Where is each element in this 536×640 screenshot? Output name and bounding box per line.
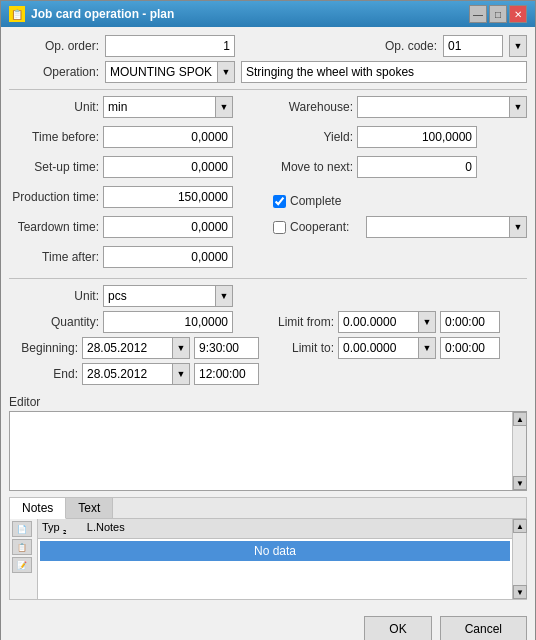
time-after-row: Time after: 0,0000 <box>9 246 263 268</box>
editor-section: Editor ▲ ▼ <box>9 395 527 491</box>
unit-field[interactable]: min <box>103 96 215 118</box>
limit-to-row: Limit to: 0.00.0000 ▼ 0:00:00 <box>269 337 527 359</box>
yield-row: Yield: 100,0000 <box>273 126 527 148</box>
warehouse-dropdown[interactable]: ▼ <box>509 96 527 118</box>
unit-label: Unit: <box>9 100 99 114</box>
cancel-button[interactable]: Cancel <box>440 616 527 640</box>
teardown-time-field[interactable]: 0,0000 <box>103 216 233 238</box>
limit-from-label: Limit from: <box>269 315 334 329</box>
bottom-buttons: OK Cancel <box>1 608 535 640</box>
production-time-row: Production time: 150,0000 <box>9 186 263 208</box>
scroll-up-btn[interactable]: ▲ <box>513 412 527 426</box>
notes-main: Typ ₂ L.Notes No data <box>38 519 512 599</box>
time-before-field[interactable]: 0,0000 <box>103 126 233 148</box>
limit-to-time-field[interactable]: 0:00:00 <box>440 337 500 359</box>
beginning-time-field[interactable]: 9:30:00 <box>194 337 259 359</box>
operation-dropdown[interactable]: ▼ <box>217 61 235 83</box>
op-order-field[interactable]: 1 <box>105 35 235 57</box>
limit-from-field[interactable]: 0.00.0000 <box>338 311 418 333</box>
col-sub: ₂ <box>63 526 67 536</box>
main-window: 📋 Job card operation - plan — □ ✕ Op. or… <box>0 0 536 640</box>
title-buttons: — □ ✕ <box>469 5 527 23</box>
window-icon: 📋 <box>9 6 25 22</box>
production-time-label: Production time: <box>9 190 99 204</box>
setup-time-field[interactable]: 0,0000 <box>103 156 233 178</box>
unit-dropdown[interactable]: ▼ <box>215 96 233 118</box>
notes-sidebar: 📄 📋 📝 <box>10 519 38 599</box>
warehouse-row: Warehouse: ▼ <box>273 96 527 118</box>
limit-to-dropdown[interactable]: ▼ <box>418 337 436 359</box>
editor-box[interactable]: ▲ ▼ <box>9 411 527 491</box>
no-data-row: No data <box>40 541 510 561</box>
yield-field[interactable]: 100,0000 <box>357 126 477 148</box>
ok-button[interactable]: OK <box>364 616 431 640</box>
move-to-next-field[interactable]: 0 <box>357 156 477 178</box>
col-type: Typ ₂ <box>42 521 67 536</box>
cooperant-label: Cooperant: <box>290 220 362 234</box>
end-time-field[interactable]: 12:00:00 <box>194 363 259 385</box>
unit2-label: Unit: <box>9 289 99 303</box>
editor-textarea[interactable] <box>10 412 512 490</box>
unit2-dropdown[interactable]: ▼ <box>215 285 233 307</box>
quantity-field[interactable]: 10,0000 <box>103 311 233 333</box>
tab-notes[interactable]: Notes <box>10 498 66 519</box>
unit-row: Unit: min ▼ <box>9 96 263 118</box>
editor-scrollbar[interactable]: ▲ ▼ <box>512 412 526 490</box>
beginning-label: Beginning: <box>9 341 78 355</box>
minimize-button[interactable]: — <box>469 5 487 23</box>
teardown-time-label: Teardown time: <box>9 220 99 234</box>
notes-scrollbar[interactable]: ▲ ▼ <box>512 519 526 599</box>
title-bar-left: 📋 Job card operation - plan <box>9 6 174 22</box>
complete-checkbox[interactable] <box>273 195 286 208</box>
quantity-row: Quantity: 10,0000 <box>9 311 259 333</box>
beginning-date-dropdown[interactable]: ▼ <box>172 337 190 359</box>
operation-field[interactable]: MOUNTING SPOKES <box>105 61 217 83</box>
unit2-row: Unit: pcs ▼ <box>9 285 259 307</box>
window-title: Job card operation - plan <box>31 7 174 21</box>
time-after-field[interactable]: 0,0000 <box>103 246 233 268</box>
notes-section: Notes Text 📄 📋 📝 Typ ₂ L.Notes <box>9 497 527 600</box>
close-button[interactable]: ✕ <box>509 5 527 23</box>
end-label: End: <box>9 367 78 381</box>
limit-from-dropdown[interactable]: ▼ <box>418 311 436 333</box>
notes-icon-2[interactable]: 📋 <box>12 539 32 555</box>
yield-label: Yield: <box>273 130 353 144</box>
cooperant-row: Cooperant: ▼ <box>273 216 527 238</box>
beginning-date-field[interactable]: 28.05.2012 <box>82 337 172 359</box>
time-after-label: Time after: <box>9 250 99 264</box>
time-before-label: Time before: <box>9 130 99 144</box>
op-order-label: Op. order: <box>9 39 99 53</box>
notes-icon-1[interactable]: 📄 <box>12 521 32 537</box>
unit2-field[interactable]: pcs <box>103 285 215 307</box>
title-bar: 📋 Job card operation - plan — □ ✕ <box>1 1 535 27</box>
operation-desc-field[interactable]: Stringing the wheel with spokes <box>241 61 527 83</box>
op-order-row: Op. order: 1 Op. code: 01 ▼ <box>9 35 527 57</box>
cooperant-checkbox[interactable] <box>273 221 286 234</box>
notes-content: 📄 📋 📝 Typ ₂ L.Notes No data <box>10 519 526 599</box>
warehouse-field[interactable] <box>357 96 509 118</box>
tab-text[interactable]: Text <box>66 498 113 518</box>
limit-from-row: Limit from: 0.00.0000 ▼ 0:00:00 <box>269 311 527 333</box>
notes-scroll-up[interactable]: ▲ <box>513 519 527 533</box>
left-section: Unit: min ▼ Time before: 0,0000 Set-up t… <box>9 96 263 272</box>
op-code-field[interactable]: 01 <box>443 35 503 57</box>
notes-icon-3[interactable]: 📝 <box>12 557 32 573</box>
limit-to-field[interactable]: 0.00.0000 <box>338 337 418 359</box>
complete-label: Complete <box>290 194 341 208</box>
tab-bar: Notes Text <box>10 498 526 519</box>
notes-scroll-down[interactable]: ▼ <box>513 585 527 599</box>
right-section: Warehouse: ▼ Yield: 100,0000 Move to nex… <box>273 96 527 272</box>
op-code-dropdown[interactable]: ▼ <box>509 35 527 57</box>
cooperant-dropdown[interactable]: ▼ <box>509 216 527 238</box>
maximize-button[interactable]: □ <box>489 5 507 23</box>
end-date-field[interactable]: 28.05.2012 <box>82 363 172 385</box>
limit-from-time-field[interactable]: 0:00:00 <box>440 311 500 333</box>
complete-row: Complete <box>273 194 527 208</box>
end-row: End: 28.05.2012 ▼ 12:00:00 <box>9 363 259 385</box>
end-date-dropdown[interactable]: ▼ <box>172 363 190 385</box>
production-time-field[interactable]: 150,0000 <box>103 186 233 208</box>
notes-body: No data <box>38 539 512 599</box>
cooperant-field[interactable] <box>366 216 509 238</box>
setup-time-row: Set-up time: 0,0000 <box>9 156 263 178</box>
scroll-down-btn[interactable]: ▼ <box>513 476 527 490</box>
